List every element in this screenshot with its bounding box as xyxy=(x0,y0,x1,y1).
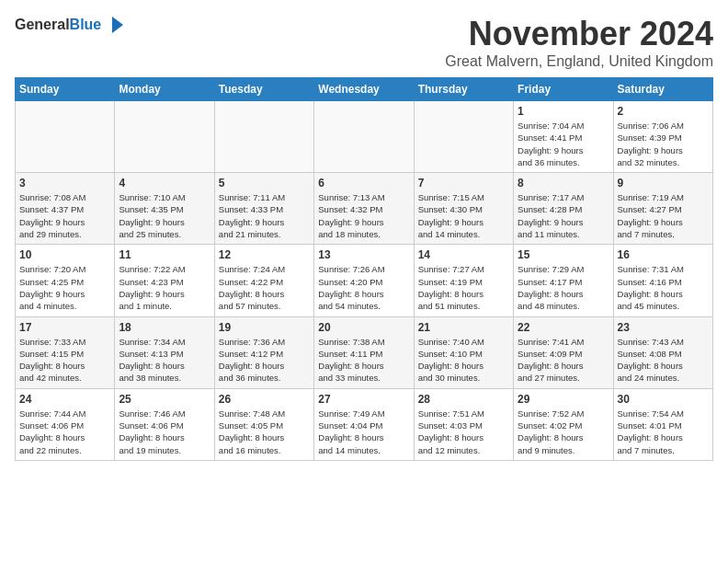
calendar-week-row: 1Sunrise: 7:04 AM Sunset: 4:41 PM Daylig… xyxy=(16,101,713,173)
calendar-day-cell: 11Sunrise: 7:22 AM Sunset: 4:23 PM Dayli… xyxy=(115,245,214,316)
logo: GeneralBlue xyxy=(15,15,125,35)
logo-arrow-icon xyxy=(105,15,125,35)
calendar-day-cell xyxy=(16,101,115,173)
day-number: 20 xyxy=(318,321,409,334)
calendar-day-cell: 17Sunrise: 7:33 AM Sunset: 4:15 PM Dayli… xyxy=(16,316,115,388)
title-section: November 2024 Great Malvern, England, Un… xyxy=(445,15,713,70)
header: GeneralBlue November 2024 Great Malvern,… xyxy=(15,15,713,70)
calendar-weekday-header: Saturday xyxy=(613,78,712,101)
calendar-week-row: 10Sunrise: 7:20 AM Sunset: 4:25 PM Dayli… xyxy=(16,245,713,316)
calendar-day-cell: 6Sunrise: 7:13 AM Sunset: 4:32 PM Daylig… xyxy=(314,173,414,245)
day-info: Sunrise: 7:26 AM Sunset: 4:20 PM Dayligh… xyxy=(318,263,409,312)
day-info: Sunrise: 7:08 AM Sunset: 4:37 PM Dayligh… xyxy=(19,191,110,240)
day-info: Sunrise: 7:29 AM Sunset: 4:17 PM Dayligh… xyxy=(518,263,609,312)
calendar-week-row: 24Sunrise: 7:44 AM Sunset: 4:06 PM Dayli… xyxy=(16,388,713,460)
calendar-day-cell: 30Sunrise: 7:54 AM Sunset: 4:01 PM Dayli… xyxy=(613,388,712,460)
day-number: 19 xyxy=(219,321,310,334)
calendar-day-cell: 2Sunrise: 7:06 AM Sunset: 4:39 PM Daylig… xyxy=(613,101,712,173)
calendar: SundayMondayTuesdayWednesdayThursdayFrid… xyxy=(15,77,713,461)
day-info: Sunrise: 7:41 AM Sunset: 4:09 PM Dayligh… xyxy=(518,336,609,385)
calendar-day-cell: 20Sunrise: 7:38 AM Sunset: 4:11 PM Dayli… xyxy=(314,316,414,388)
calendar-weekday-header: Wednesday xyxy=(314,78,414,101)
calendar-weekday-header: Thursday xyxy=(414,78,513,101)
day-info: Sunrise: 7:52 AM Sunset: 4:02 PM Dayligh… xyxy=(518,408,609,456)
day-info: Sunrise: 7:20 AM Sunset: 4:25 PM Dayligh… xyxy=(19,263,110,312)
calendar-day-cell: 29Sunrise: 7:52 AM Sunset: 4:02 PM Dayli… xyxy=(514,388,613,460)
calendar-day-cell xyxy=(414,101,513,173)
day-info: Sunrise: 7:24 AM Sunset: 4:22 PM Dayligh… xyxy=(219,263,310,312)
day-info: Sunrise: 7:51 AM Sunset: 4:03 PM Dayligh… xyxy=(418,408,509,456)
calendar-week-row: 17Sunrise: 7:33 AM Sunset: 4:15 PM Dayli… xyxy=(16,316,713,388)
day-info: Sunrise: 7:49 AM Sunset: 4:04 PM Dayligh… xyxy=(318,408,409,456)
calendar-day-cell: 1Sunrise: 7:04 AM Sunset: 4:41 PM Daylig… xyxy=(514,101,613,173)
day-info: Sunrise: 7:54 AM Sunset: 4:01 PM Dayligh… xyxy=(618,408,709,456)
calendar-weekday-header: Monday xyxy=(115,78,214,101)
day-number: 26 xyxy=(219,393,310,406)
logo-blue: Blue xyxy=(70,17,102,32)
day-info: Sunrise: 7:43 AM Sunset: 4:08 PM Dayligh… xyxy=(618,336,709,385)
day-number: 6 xyxy=(318,177,409,190)
day-number: 29 xyxy=(518,393,609,406)
day-info: Sunrise: 7:11 AM Sunset: 4:33 PM Dayligh… xyxy=(219,191,310,240)
day-info: Sunrise: 7:46 AM Sunset: 4:06 PM Dayligh… xyxy=(119,408,210,456)
day-info: Sunrise: 7:48 AM Sunset: 4:05 PM Dayligh… xyxy=(219,408,310,456)
calendar-day-cell: 25Sunrise: 7:46 AM Sunset: 4:06 PM Dayli… xyxy=(115,388,214,460)
day-number: 21 xyxy=(418,321,509,334)
calendar-header-row: SundayMondayTuesdayWednesdayThursdayFrid… xyxy=(16,78,713,101)
day-info: Sunrise: 7:15 AM Sunset: 4:30 PM Dayligh… xyxy=(418,191,509,240)
calendar-day-cell xyxy=(214,101,313,173)
day-number: 24 xyxy=(19,393,110,406)
day-number: 23 xyxy=(618,321,709,334)
calendar-day-cell: 28Sunrise: 7:51 AM Sunset: 4:03 PM Dayli… xyxy=(414,388,513,460)
calendar-day-cell: 27Sunrise: 7:49 AM Sunset: 4:04 PM Dayli… xyxy=(314,388,414,460)
day-number: 11 xyxy=(119,248,210,261)
month-title: November 2024 xyxy=(445,15,713,53)
location-title: Great Malvern, England, United Kingdom xyxy=(445,53,713,70)
day-number: 13 xyxy=(318,248,409,261)
calendar-day-cell: 5Sunrise: 7:11 AM Sunset: 4:33 PM Daylig… xyxy=(214,173,313,245)
calendar-day-cell: 3Sunrise: 7:08 AM Sunset: 4:37 PM Daylig… xyxy=(16,173,115,245)
calendar-day-cell: 19Sunrise: 7:36 AM Sunset: 4:12 PM Dayli… xyxy=(214,316,313,388)
day-info: Sunrise: 7:44 AM Sunset: 4:06 PM Dayligh… xyxy=(19,408,110,456)
calendar-day-cell: 23Sunrise: 7:43 AM Sunset: 4:08 PM Dayli… xyxy=(613,316,712,388)
day-info: Sunrise: 7:13 AM Sunset: 4:32 PM Dayligh… xyxy=(318,191,409,240)
day-info: Sunrise: 7:19 AM Sunset: 4:27 PM Dayligh… xyxy=(618,191,709,240)
calendar-day-cell: 4Sunrise: 7:10 AM Sunset: 4:35 PM Daylig… xyxy=(115,173,214,245)
calendar-day-cell xyxy=(314,101,414,173)
day-number: 12 xyxy=(219,248,310,261)
day-number: 16 xyxy=(618,248,709,261)
day-number: 18 xyxy=(119,321,210,334)
day-number: 1 xyxy=(518,105,609,118)
day-number: 25 xyxy=(119,393,210,406)
day-number: 2 xyxy=(618,105,709,118)
day-info: Sunrise: 7:10 AM Sunset: 4:35 PM Dayligh… xyxy=(119,191,210,240)
day-info: Sunrise: 7:27 AM Sunset: 4:19 PM Dayligh… xyxy=(418,263,509,312)
day-number: 22 xyxy=(518,321,609,334)
day-info: Sunrise: 7:22 AM Sunset: 4:23 PM Dayligh… xyxy=(119,263,210,312)
day-info: Sunrise: 7:04 AM Sunset: 4:41 PM Dayligh… xyxy=(518,120,609,168)
day-info: Sunrise: 7:06 AM Sunset: 4:39 PM Dayligh… xyxy=(618,120,709,168)
calendar-weekday-header: Friday xyxy=(514,78,613,101)
calendar-day-cell: 24Sunrise: 7:44 AM Sunset: 4:06 PM Dayli… xyxy=(16,388,115,460)
day-info: Sunrise: 7:33 AM Sunset: 4:15 PM Dayligh… xyxy=(19,336,110,385)
day-number: 7 xyxy=(418,177,509,190)
calendar-day-cell: 9Sunrise: 7:19 AM Sunset: 4:27 PM Daylig… xyxy=(613,173,712,245)
calendar-weekday-header: Tuesday xyxy=(214,78,313,101)
calendar-day-cell: 8Sunrise: 7:17 AM Sunset: 4:28 PM Daylig… xyxy=(514,173,613,245)
day-info: Sunrise: 7:38 AM Sunset: 4:11 PM Dayligh… xyxy=(318,336,409,385)
calendar-day-cell: 15Sunrise: 7:29 AM Sunset: 4:17 PM Dayli… xyxy=(514,245,613,316)
calendar-day-cell: 12Sunrise: 7:24 AM Sunset: 4:22 PM Dayli… xyxy=(214,245,313,316)
day-number: 5 xyxy=(219,177,310,190)
day-number: 8 xyxy=(518,177,609,190)
calendar-day-cell: 18Sunrise: 7:34 AM Sunset: 4:13 PM Dayli… xyxy=(115,316,214,388)
day-number: 9 xyxy=(618,177,709,190)
day-number: 28 xyxy=(418,393,509,406)
calendar-weekday-header: Sunday xyxy=(16,78,115,101)
calendar-day-cell: 13Sunrise: 7:26 AM Sunset: 4:20 PM Dayli… xyxy=(314,245,414,316)
day-number: 10 xyxy=(19,248,110,261)
day-number: 4 xyxy=(119,177,210,190)
calendar-day-cell: 7Sunrise: 7:15 AM Sunset: 4:30 PM Daylig… xyxy=(414,173,513,245)
logo-general: GeneralBlue xyxy=(15,17,101,33)
day-info: Sunrise: 7:36 AM Sunset: 4:12 PM Dayligh… xyxy=(219,336,310,385)
day-number: 30 xyxy=(618,393,709,406)
